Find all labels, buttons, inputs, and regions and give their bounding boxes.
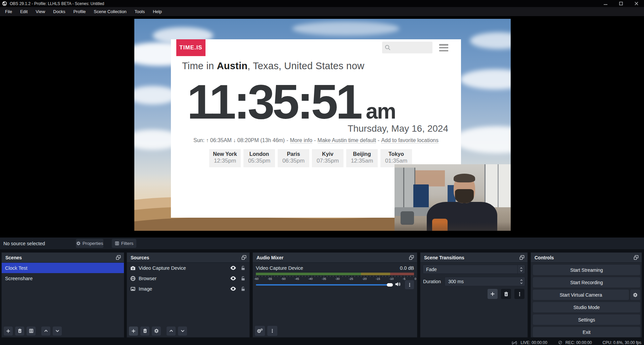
controls-panel: Controls Start Streaming Start Recording… (531, 252, 642, 338)
source-item-image[interactable]: Image (127, 284, 249, 294)
add-transition-button[interactable] (488, 289, 498, 299)
chevron-up-icon (44, 329, 48, 333)
start-recording-button[interactable]: Start Recording (533, 277, 640, 288)
eye-icon[interactable] (230, 287, 236, 291)
floor-shadow (395, 222, 511, 231)
gear-icon (260, 328, 263, 331)
spin-arrows[interactable] (520, 279, 523, 284)
filters-button[interactable]: Filters (112, 239, 136, 248)
source-down-button[interactable] (178, 327, 187, 336)
person-beard (455, 189, 474, 203)
remove-scene-button[interactable] (15, 327, 24, 336)
dock-area: Scenes Clock Test Screenshare Sources Vi… (0, 249, 644, 340)
program-canvas[interactable]: TIME.IS Time in Austin, Texas, United St… (134, 19, 511, 231)
add-source-button[interactable] (129, 327, 138, 336)
popout-icon[interactable] (634, 255, 639, 260)
scene-item-clock-test[interactable]: Clock Test (2, 263, 124, 273)
remove-source-button[interactable] (140, 327, 149, 336)
scenes-toolbar (2, 325, 124, 337)
studio-mode-button[interactable]: Studio Mode (533, 302, 640, 312)
timeis-date: Thursday, May 16, 2024 (348, 123, 448, 134)
chevron-up-icon (169, 329, 174, 333)
popout-icon[interactable] (519, 255, 524, 260)
timeis-search-box (382, 42, 432, 53)
stream-inactive-icon (511, 340, 517, 345)
more-info-link: More info (290, 137, 313, 143)
exit-button[interactable]: Exit (533, 327, 640, 337)
unlock-icon[interactable] (241, 287, 245, 291)
combo-arrows[interactable] (517, 265, 525, 273)
plus-icon (6, 329, 11, 334)
volume-slider-handle[interactable] (387, 283, 393, 287)
volume-slider-row (256, 282, 414, 288)
menu-help[interactable]: Help (149, 7, 166, 16)
scene-item-screenshare[interactable]: Screenshare (2, 273, 124, 284)
remove-transition-button[interactable] (501, 289, 511, 299)
source-item-video-capture[interactable]: Video Capture Device (127, 263, 249, 273)
transition-select[interactable]: Fade (423, 265, 525, 274)
mixer-level-db: 0.0 dB (400, 265, 414, 271)
source-item-browser[interactable]: Browser (127, 273, 249, 284)
mixer-channel-menu-button[interactable] (405, 280, 414, 289)
menu-profile[interactable]: Profile (69, 7, 90, 16)
source-properties-button[interactable] (152, 327, 161, 336)
filters-icon (115, 241, 119, 246)
virtual-camera-settings-button[interactable] (630, 290, 640, 300)
city-card: London05:35pm (243, 149, 275, 167)
start-streaming-button[interactable]: Start Streaming (533, 265, 640, 275)
scenes-panel: Scenes Clock Test Screenshare (1, 252, 124, 338)
filters-icon (29, 329, 34, 333)
make-default-link: Make Austin time default (318, 137, 376, 143)
popout-icon[interactable] (116, 255, 121, 260)
eye-icon[interactable] (230, 276, 236, 281)
unlock-icon[interactable] (241, 266, 245, 270)
scene-up-button[interactable] (41, 327, 50, 336)
transition-menu-button[interactable] (514, 289, 524, 299)
volume-slider[interactable] (256, 284, 393, 286)
menu-file[interactable]: File (1, 7, 16, 16)
mixer-menu-button[interactable] (267, 326, 277, 336)
minimize-button[interactable] (598, 0, 613, 7)
eye-icon[interactable] (230, 266, 236, 270)
settings-button[interactable]: Settings (533, 314, 640, 325)
webcam-source[interactable] (395, 164, 511, 231)
maximize-button[interactable] (613, 0, 629, 7)
no-source-label: No source selected (3, 241, 45, 246)
menubar: File Edit View Docks Profile Scene Colle… (0, 7, 644, 16)
menu-docks[interactable]: Docks (49, 7, 69, 16)
menu-scene-collection[interactable]: Scene Collection (90, 7, 131, 16)
source-up-button[interactable] (167, 327, 176, 336)
city-card: Paris06:35pm (278, 149, 309, 167)
speaker-icon[interactable] (395, 282, 401, 287)
trash-icon (143, 329, 147, 333)
menu-edit[interactable]: Edit (16, 7, 32, 16)
popout-icon[interactable] (241, 255, 246, 260)
add-favorite-link: Add to favorite locations (381, 137, 439, 143)
record-inactive-icon (558, 340, 562, 345)
menu-tools[interactable]: Tools (131, 7, 149, 16)
properties-button[interactable]: Properties (76, 239, 103, 248)
titlebar: OBS 29.1.2 - Profile: LLHLS BETA - Scene… (0, 0, 644, 7)
popout-icon[interactable] (409, 255, 414, 260)
obs-window: OBS 29.1.2 - Profile: LLHLS BETA - Scene… (0, 0, 644, 345)
hamburger-menu-icon (439, 44, 448, 51)
kebab-icon (517, 292, 522, 297)
duration-spinbox[interactable]: 300 ms (445, 277, 525, 286)
scenes-title: Scenes (5, 255, 22, 260)
clock-digits: 11:35:51 (187, 64, 360, 140)
gear-icon (76, 241, 81, 246)
unlock-icon[interactable] (241, 276, 245, 281)
scene-filters-button[interactable] (27, 327, 36, 336)
close-button[interactable] (629, 0, 644, 7)
meter-tick-marks (256, 276, 414, 277)
mixer-channel-name: Video Capture Device (256, 265, 303, 271)
duration-label: Duration (423, 279, 441, 284)
menu-view[interactable]: View (32, 7, 49, 16)
person-hair (454, 174, 475, 182)
scene-down-button[interactable] (53, 327, 62, 336)
start-virtual-camera-button[interactable]: Start Virtual Camera (533, 290, 629, 300)
advanced-audio-button[interactable] (255, 326, 265, 336)
add-scene-button[interactable] (4, 327, 13, 336)
camera-icon (130, 265, 136, 271)
mixer-title: Audio Mixer (257, 255, 283, 260)
